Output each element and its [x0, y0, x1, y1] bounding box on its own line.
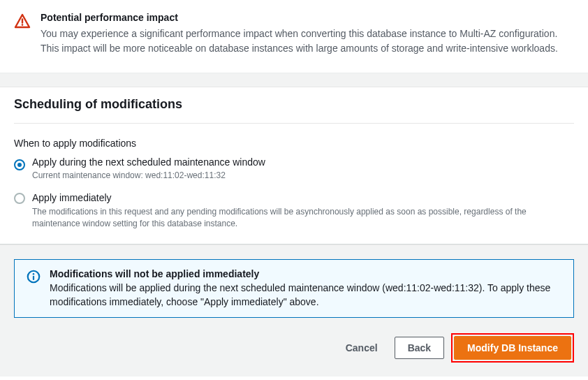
radio-label: Apply immediately	[32, 191, 574, 205]
info-body: Modifications will be applied during the…	[50, 281, 562, 309]
radio-button-selected[interactable]	[14, 159, 25, 170]
warning-body: You may experience a significant perform…	[41, 27, 574, 56]
svg-point-3	[33, 273, 34, 275]
radio-button-unselected[interactable]	[14, 193, 25, 204]
back-button[interactable]: Back	[395, 337, 444, 359]
section-rule	[14, 123, 574, 124]
svg-point-1	[22, 24, 24, 26]
radio-option-next-window[interactable]: Apply during the next scheduled maintena…	[14, 156, 574, 182]
radio-description: The modifications in this request and an…	[32, 206, 574, 230]
warning-title: Potential performance impact	[41, 11, 574, 25]
button-row: Cancel Back Modify DB Instance	[14, 333, 574, 363]
scheduling-section: Scheduling of modifications When to appl…	[0, 87, 588, 244]
radio-description: Current maintenance window: wed:11:02-we…	[32, 170, 574, 182]
radio-label: Apply during the next scheduled maintena…	[32, 156, 574, 169]
radio-option-apply-immediately[interactable]: Apply immediately The modifications in t…	[14, 191, 574, 229]
footer-area: Modifications will not be applied immedi…	[0, 244, 588, 377]
modify-db-instance-button[interactable]: Modify DB Instance	[454, 336, 571, 360]
info-title: Modifications will not be applied immedi…	[50, 268, 562, 279]
info-icon	[26, 268, 41, 309]
scheduling-field-label: When to apply modifications	[14, 138, 574, 149]
info-box: Modifications will not be applied immedi…	[14, 259, 574, 319]
section-divider	[0, 73, 588, 87]
performance-warning-panel: Potential performance impact You may exp…	[0, 0, 588, 73]
warning-icon	[14, 11, 31, 32]
cancel-button[interactable]: Cancel	[336, 337, 388, 359]
primary-button-highlight: Modify DB Instance	[451, 333, 574, 363]
scheduling-heading: Scheduling of modifications	[14, 97, 574, 117]
svg-rect-4	[33, 275, 34, 279]
